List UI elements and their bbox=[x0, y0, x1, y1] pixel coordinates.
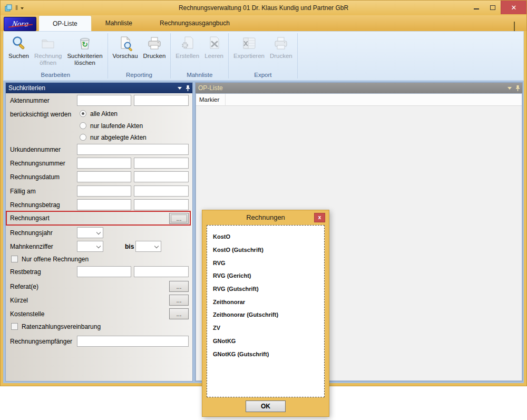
leeren-button[interactable]: Leeren bbox=[202, 33, 226, 61]
rechnungsnummer-von-input[interactable] bbox=[77, 158, 131, 169]
rechnungsart-list-item[interactable]: RVG (Gericht) bbox=[207, 269, 324, 282]
panel-menu-icon[interactable] bbox=[178, 87, 182, 92]
drucken-export-button[interactable]: Drucken bbox=[267, 33, 295, 61]
pin-icon[interactable] bbox=[186, 85, 190, 92]
chevron-down-icon bbox=[154, 244, 159, 248]
tab-mahnliste[interactable]: Mahnliste bbox=[92, 15, 146, 31]
rechnungsnummer-label: Rechnungsnummer bbox=[10, 160, 65, 167]
restbetrag-von-input[interactable] bbox=[77, 266, 131, 277]
faellig-am-label: Fällig am bbox=[10, 188, 36, 195]
excel-export-icon: X bbox=[241, 35, 258, 52]
vorschau-button[interactable]: Vorschau bbox=[110, 33, 141, 61]
rechnungsart-browse-button[interactable]: ... bbox=[169, 213, 189, 224]
radio-nur-abgelegte-akten[interactable] bbox=[80, 134, 86, 141]
ribbon-group-mahnliste: Erstellen Leeren Mahnliste bbox=[171, 32, 228, 80]
titlebar: ‖ Rechnungsverwaltung 01 Dr. Klaus Kundi… bbox=[1, 1, 526, 15]
printer-icon bbox=[272, 35, 289, 52]
rechnungsbetrag-von-input[interactable] bbox=[77, 199, 131, 210]
rechnungsart-list-item[interactable]: RVG (Gutschrift) bbox=[207, 282, 324, 296]
rechnungsdatum-von-input[interactable] bbox=[77, 171, 131, 182]
rechnungsart-list-item[interactable]: KostO (Gutschrift) bbox=[207, 243, 324, 257]
mahnkennziffer-label: Mahnkennziffer bbox=[10, 243, 53, 250]
rechnungsnummer-bis-input[interactable] bbox=[134, 158, 189, 169]
ribbon-group-export: X Exportieren bbox=[229, 32, 297, 80]
faellig-am-von-input[interactable] bbox=[77, 185, 131, 197]
close-button[interactable]: ✕ bbox=[501, 1, 526, 14]
preview-icon bbox=[117, 35, 134, 52]
desktop: ‖ Rechnungsverwaltung 01 Dr. Klaus Kundi… bbox=[0, 0, 527, 420]
drucken-reporting-button[interactable]: Drucken bbox=[141, 33, 169, 61]
svg-text:↻: ↻ bbox=[82, 40, 88, 48]
urkundennummer-label: Urkundennummer bbox=[10, 146, 61, 153]
qat-separator-icon: ‖ bbox=[15, 5, 18, 11]
rechnungsart-list-item[interactable]: Zeithonorar (Gutschrift) bbox=[207, 308, 324, 321]
nur-offene-rechnungen-checkbox[interactable] bbox=[11, 256, 18, 262]
bis-label: bis bbox=[125, 243, 134, 250]
maximize-icon bbox=[490, 5, 495, 10]
maximize-button[interactable] bbox=[484, 1, 501, 14]
suchen-button[interactable]: Suchen bbox=[6, 33, 32, 61]
rechnungsbetrag-bis-input[interactable] bbox=[134, 199, 189, 210]
create-gear-page-icon bbox=[179, 35, 196, 52]
rechnungsempfaenger-input[interactable] bbox=[77, 336, 189, 347]
rechnungsart-list-item[interactable]: Zeithonorar bbox=[207, 295, 324, 308]
ok-button[interactable]: OK bbox=[246, 401, 286, 412]
rechnungsart-label: Rechnungsart bbox=[10, 214, 50, 222]
ribbon-collapse-button[interactable] bbox=[514, 23, 519, 28]
mahnkennziffer-von-dropdown[interactable] bbox=[77, 241, 103, 252]
rechnungsart-list-item[interactable]: GNotKG (Gutschrift) bbox=[207, 347, 324, 360]
pin-icon[interactable] bbox=[515, 85, 520, 92]
rechnungsart-list-item[interactable]: KostO bbox=[207, 230, 324, 243]
folder-open-icon bbox=[40, 35, 56, 52]
exportieren-button[interactable]: X Exportieren bbox=[231, 33, 267, 61]
faellig-am-bis-input[interactable] bbox=[134, 185, 189, 197]
radio-alle-akten-label: alle Akten bbox=[90, 110, 118, 118]
rechnungsdatum-bis-input[interactable] bbox=[134, 171, 189, 182]
nur-offene-rechnungen-label: Nur offene Rechnungen bbox=[22, 256, 89, 263]
column-header-markier[interactable]: Markier bbox=[196, 94, 226, 106]
erstellen-button[interactable]: Erstellen bbox=[173, 33, 202, 61]
tab-op-liste[interactable]: OP-Liste bbox=[38, 15, 92, 31]
kostenstelle-browse-button[interactable]: ... bbox=[169, 308, 189, 319]
mahnkennziffer-bis-dropdown[interactable] bbox=[135, 241, 161, 252]
minimize-button[interactable] bbox=[468, 1, 484, 14]
op-liste-panel-header: OP-Liste bbox=[196, 83, 522, 93]
ratenzahlungsvereinbarung-label: Ratenzahlungsvereinbarung bbox=[22, 323, 101, 330]
rechnungsjahr-dropdown[interactable] bbox=[77, 227, 103, 238]
app-logo-button[interactable]: Nora bbox=[4, 17, 36, 31]
suchkriterien-panel: Suchkriterien Aktennummer bbox=[5, 82, 193, 382]
dialog-close-button[interactable]: x bbox=[314, 213, 325, 222]
window-title: Rechnungsverwaltung 01 Dr. Klaus Kundig … bbox=[1, 1, 526, 15]
restbetrag-bis-input[interactable] bbox=[134, 266, 189, 277]
referate-browse-button[interactable]: ... bbox=[169, 281, 189, 292]
trash-recycle-icon: ↻ bbox=[76, 35, 93, 52]
ribbon-separator bbox=[297, 33, 298, 79]
app-icon[interactable] bbox=[4, 4, 13, 12]
rechnungsart-list-item[interactable]: RVG bbox=[207, 256, 324, 269]
panel-menu-icon[interactable] bbox=[508, 87, 512, 92]
urkundennummer-input[interactable] bbox=[77, 144, 189, 155]
ribbon-group-label-export: Export bbox=[231, 71, 295, 80]
aktennummer-bis-input[interactable] bbox=[134, 95, 189, 106]
rechnungsart-list-item[interactable]: ZV bbox=[207, 321, 324, 335]
suchkriterien-panel-header: Suchkriterien bbox=[6, 83, 192, 93]
ratenzahlungsvereinbarung-checkbox[interactable] bbox=[11, 323, 18, 330]
beruecksichtigt-werden-label: berücksichtigt werden bbox=[10, 111, 71, 118]
suchkriterien-loeschen-button[interactable]: ↻ Suchkriterien löschen bbox=[64, 33, 105, 68]
chevron-up-icon bbox=[514, 22, 515, 32]
qat-dropdown-icon[interactable] bbox=[21, 7, 24, 11]
ribbon: Suchen Rechnung öffnen bbox=[3, 31, 524, 81]
aktennummer-von-input[interactable] bbox=[77, 95, 131, 106]
rechnungsart-list-item[interactable]: GNotKG bbox=[207, 335, 324, 348]
radio-nur-laufende-akten-label: nur laufende Akten bbox=[90, 122, 143, 130]
restbetrag-label: Restbetrag bbox=[10, 268, 41, 276]
search-icon bbox=[11, 35, 27, 52]
chevron-down-icon bbox=[96, 244, 101, 248]
radio-nur-laufende-akten[interactable] bbox=[80, 122, 86, 129]
tab-rechnungsausgangbuch[interactable]: Rechnungsausgangbuch bbox=[146, 15, 243, 31]
kostenstelle-label: Kostenstelle bbox=[10, 310, 44, 318]
radio-alle-akten[interactable] bbox=[80, 110, 86, 117]
rechnung-oeffnen-button[interactable]: Rechnung öffnen bbox=[32, 33, 64, 68]
kuerzel-browse-button[interactable]: ... bbox=[169, 295, 189, 306]
ribbon-group-label-mahnliste: Mahnliste bbox=[173, 71, 226, 80]
